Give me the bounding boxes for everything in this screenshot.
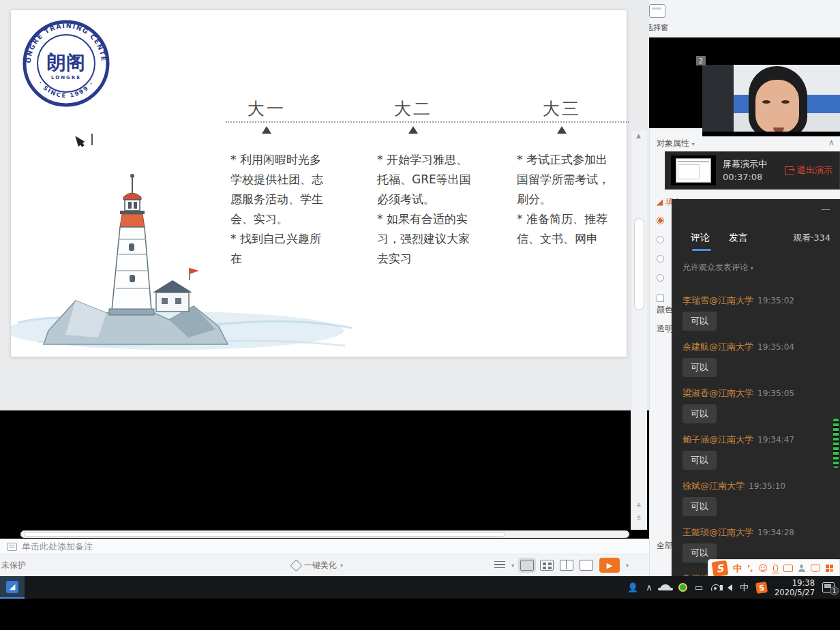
show-hidden-icons[interactable]: ∧: [646, 582, 652, 592]
object-properties-title[interactable]: 对象属性 ▾ ∧: [657, 138, 695, 149]
horizontal-scrollbar[interactable]: [20, 530, 629, 538]
tab-speak[interactable]: 发言: [729, 232, 748, 244]
slide-sorter-view-button[interactable]: [540, 560, 554, 571]
slideshow-options-caret[interactable]: ▾: [626, 562, 629, 569]
previous-slide-icon[interactable]: ≙: [636, 502, 642, 509]
fill-radio[interactable]: [657, 255, 664, 262]
stage-title-year1: 大一: [226, 97, 308, 120]
apply-all-button[interactable]: 全部: [657, 540, 673, 552]
notes-icon: [7, 543, 17, 551]
voice-input-icon[interactable]: [773, 565, 778, 572]
taskbar-date: 2020/5/27: [775, 588, 815, 597]
longre-logo: LONGRE TRAINING CENTER · SINCE 1999 · 朗阁…: [21, 18, 111, 108]
tab-comments[interactable]: 评论: [691, 232, 710, 244]
mouse-cursor: [72, 134, 85, 147]
exit-presentation-button[interactable]: 退出演示: [785, 164, 832, 177]
windows-taskbar: ◢ 👤 ∧ ▭ 中 S 19:38 2020/5/27 1: [0, 576, 840, 599]
normal-view-button[interactable]: [520, 560, 534, 571]
fill-radio-selected[interactable]: [657, 217, 664, 224]
stage-text-year2: * 开始学习雅思、托福、GRE等出国必须考试。 * 如果有合适的实习，强烈建议大…: [377, 150, 472, 269]
timeline-marker: [557, 126, 567, 134]
scroll-up-icon[interactable]: ▲: [636, 132, 641, 139]
comment-item: 李瑞雪@江南大学19:35:02 可以: [682, 293, 826, 331]
soft-keyboard-icon[interactable]: [783, 565, 793, 572]
protect-status: 未保护: [1, 560, 26, 571]
special-view-button[interactable]: [580, 560, 593, 571]
sogou-ime-bar: S 中 ’, ☺: [708, 559, 840, 578]
svg-text:LONGRE: LONGRE: [51, 75, 81, 80]
presenting-status: 屏幕演示中: [723, 158, 767, 170]
webcam-video[interactable]: [702, 60, 840, 136]
webcam-count-badge: 2: [696, 56, 706, 65]
notes-toggle-icon[interactable]: [494, 561, 505, 569]
stage-text-year3: * 考试正式参加出国留学所需考试，刷分。 * 准备简历、推荐信、文书、网申: [517, 150, 612, 249]
beautify-icon: [290, 559, 302, 571]
punctuation-icon[interactable]: ’,: [747, 564, 753, 573]
comment-item: 梁淑香@江南大学19:35:05 可以: [682, 386, 826, 423]
comment-item: 鲍子涵@江南大学19:34:47 可以: [682, 432, 826, 470]
ime-indicator[interactable]: 中: [740, 582, 749, 594]
fill-checkbox[interactable]: [657, 295, 664, 302]
stage-title-year2: 大二: [372, 97, 454, 120]
taskbar-time: 19:38: [775, 578, 815, 588]
emoji-icon[interactable]: ☺: [758, 563, 768, 573]
account-icon[interactable]: [798, 565, 805, 572]
lighthouse-illustration: [11, 159, 355, 358]
transparency-label: 透明: [657, 323, 673, 335]
toolbox-icon[interactable]: [826, 565, 833, 572]
horizontal-scroll-thumb[interactable]: [24, 532, 505, 537]
comment-item: 余建航@江南大学19:35:04 可以: [682, 340, 826, 377]
reading-view-button[interactable]: [560, 560, 573, 571]
fill-radio[interactable]: [657, 274, 664, 282]
people-icon[interactable]: 👤: [627, 582, 638, 592]
comment-list[interactable]: 李瑞雪@江南大学19:35:02 可以 余建航@江南大学19:35:04 可以 …: [682, 293, 826, 576]
vertical-scroll-thumb[interactable]: [634, 218, 644, 310]
notes-placeholder: 单击此处添加备注: [22, 541, 93, 553]
presenter-face: [755, 80, 799, 132]
timeline-line: [226, 121, 629, 123]
skin-icon[interactable]: [811, 565, 820, 572]
comment-item: 徐斌@江南大学19:35:10 可以: [682, 479, 826, 516]
mic-level-meter: [833, 419, 839, 468]
antivirus-icon[interactable]: [678, 583, 687, 592]
presenter-eye: [781, 100, 790, 104]
one-click-beautify-button[interactable]: 一键美化▾: [292, 560, 343, 571]
slideshow-play-button[interactable]: ▶: [599, 558, 620, 573]
slide-canvas[interactable]: LONGRE TRAINING CENTER · SINCE 1999 · 朗阁…: [10, 10, 627, 357]
svg-text:朗阁: 朗阁: [47, 51, 85, 74]
chinese-mode-icon[interactable]: 中: [733, 562, 742, 575]
notes-toggle-caret[interactable]: ▾: [511, 562, 514, 569]
next-slide-icon[interactable]: ≚: [636, 515, 642, 522]
presenting-thumbnail: [671, 155, 716, 185]
live-stream-panel: — 评论 发言 观看·334 允许观众发表评论 ▾ 李瑞雪@江南大学19:35:…: [672, 199, 840, 576]
cloud-icon[interactable]: [660, 584, 671, 590]
sogou-tray-icon[interactable]: S: [755, 581, 768, 593]
viewer-count: 观看·334: [793, 232, 830, 244]
notes-bar[interactable]: 单击此处添加备注: [0, 539, 649, 554]
stage-title-year3: 大三: [521, 97, 603, 120]
presenter-eye: [762, 100, 770, 104]
speaker-icon[interactable]: [728, 584, 732, 591]
text-caret: [91, 134, 93, 145]
timeline-marker: [408, 126, 418, 134]
allow-comments-dropdown[interactable]: 允许观众发表评论 ▾: [682, 262, 753, 273]
wifi-icon[interactable]: [710, 584, 720, 591]
timeline-marker: [262, 126, 271, 134]
comment-item: 王懿琰@江南大学19:34:28 可以: [682, 525, 826, 562]
notification-center-icon[interactable]: 1: [822, 582, 835, 592]
selection-pane-icon: [649, 4, 665, 18]
slide-edit-area: LONGRE TRAINING CENTER · SINCE 1999 · 朗阁…: [0, 0, 649, 410]
screen-presenting-bar: 屏幕演示中 00:37:08 退出演示: [665, 151, 840, 190]
color-label: 颜色: [657, 304, 673, 316]
minimize-panel-icon[interactable]: —: [821, 203, 830, 214]
collapse-panel-icon[interactable]: ∧: [828, 138, 835, 147]
sogou-logo-icon[interactable]: S: [712, 560, 729, 577]
presenter-mouth: [773, 127, 784, 132]
taskbar-clock[interactable]: 19:38 2020/5/27: [775, 578, 815, 597]
folder-icon[interactable]: ▭: [695, 582, 703, 592]
presenting-timer: 00:37:08: [723, 170, 767, 183]
taskbar-app-active[interactable]: ◢: [0, 576, 25, 599]
vertical-scrollbar[interactable]: ▲ ≙ ≚: [631, 131, 647, 530]
status-bar: 未保护 一键美化▾ ▾ ▶ ▾: [0, 554, 649, 576]
fill-radio[interactable]: [657, 236, 664, 243]
